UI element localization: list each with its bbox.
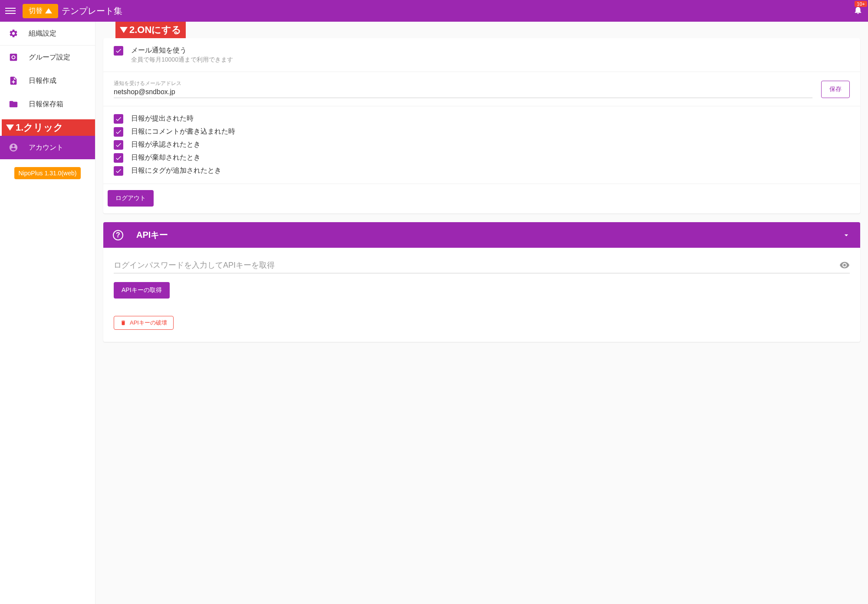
sidebar-item-label: 組織設定 (29, 29, 56, 38)
opt-comment-checkbox[interactable] (114, 127, 123, 137)
destroy-label: APIキーの破壊 (130, 319, 167, 327)
save-button[interactable]: 保存 (821, 81, 850, 98)
chevron-down-icon (842, 231, 851, 240)
main-content: 2.ONにする メール通知を使う 全員で毎月10000通まで利用できます (95, 22, 868, 604)
gear-icon (9, 29, 18, 38)
opt-rejected-checkbox[interactable] (114, 153, 123, 163)
api-key-accordion[interactable]: ? APIキー (103, 222, 860, 248)
switch-button[interactable]: 切替 (23, 4, 58, 18)
switch-label: 切替 (29, 7, 43, 16)
eye-icon[interactable] (839, 260, 850, 270)
email-float-label: 通知を受けるメールアドレス (114, 80, 812, 87)
check-icon (115, 154, 122, 161)
triangle-up-icon (45, 8, 52, 13)
sidebar-item-label: グループ設定 (29, 53, 70, 62)
opt-submitted-label: 日報が提出された時 (131, 114, 194, 123)
use-mail-label: メール通知を使う (131, 46, 233, 55)
mail-settings-card: メール通知を使う 全員で毎月10000通まで利用できます 通知を受けるメールアド… (103, 38, 860, 213)
help-icon: ? (113, 230, 123, 240)
opt-tagged-checkbox[interactable] (114, 166, 123, 176)
use-mail-sublabel: 全員で毎月10000通まで利用できます (131, 56, 233, 64)
sidebar-item-label: 日報保存箱 (29, 100, 63, 109)
use-mail-checkbox[interactable] (114, 46, 123, 56)
annotation-click: 1.クリック (2, 119, 95, 136)
page-title: テンプレート集 (62, 5, 122, 17)
api-password-input[interactable]: ログインパスワードを入力してAPIキーを取得 (114, 260, 850, 273)
opt-approved-checkbox[interactable] (114, 140, 123, 150)
notification-button[interactable]: 10+ (853, 5, 863, 16)
email-value: netshop@sndbox.jp (114, 88, 812, 98)
opt-comment-label: 日報にコメントが書き込まれた時 (131, 127, 235, 136)
sidebar-item-group-settings[interactable]: グループ設定 (0, 46, 95, 69)
opt-tagged-label: 日報にタグが追加されたとき (131, 166, 221, 175)
version-badge: NipoPlus 1.31.0(web) (14, 167, 81, 179)
logout-button[interactable]: ログアウト (108, 190, 154, 207)
check-icon (115, 167, 122, 174)
check-icon (115, 128, 122, 135)
folder-icon (9, 99, 18, 109)
destroy-api-key-button[interactable]: APIキーの破壊 (114, 316, 174, 330)
notification-badge: 10+ (855, 1, 867, 7)
check-icon (115, 47, 122, 54)
email-field[interactable]: 通知を受けるメールアドレス netshop@sndbox.jp (114, 80, 812, 98)
check-icon (115, 115, 122, 122)
api-placeholder: ログインパスワードを入力してAPIキーを取得 (114, 260, 839, 270)
sidebar-item-account[interactable]: アカウント (0, 136, 95, 159)
opt-submitted-checkbox[interactable] (114, 114, 123, 124)
opt-approved-label: 日報が承認されたとき (131, 140, 201, 149)
sidebar-item-report-box[interactable]: 日報保存箱 (0, 92, 95, 116)
settings-app-icon (9, 53, 18, 62)
sidebar-item-label: アカウント (29, 143, 63, 152)
app-header: 切替 テンプレート集 10+ (0, 0, 868, 22)
triangle-down-icon (120, 27, 128, 33)
sidebar-item-org-settings[interactable]: 組織設定 (0, 22, 95, 46)
sidebar: 組織設定 グループ設定 日報作成 日報保存箱 1.クリック アカウント Nipo… (0, 22, 95, 604)
api-header-title: APIキー (136, 229, 842, 241)
trash-icon (120, 320, 126, 326)
note-add-icon (9, 76, 18, 85)
annotation-on: 2.ONにする (115, 22, 186, 38)
api-card: ログインパスワードを入力してAPIキーを取得 APIキーの取得 APIキーの破壊 (103, 248, 860, 342)
check-icon (115, 141, 122, 148)
sidebar-item-create-report[interactable]: 日報作成 (0, 69, 95, 92)
opt-rejected-label: 日報が棄却されたとき (131, 153, 201, 162)
triangle-down-icon (6, 125, 14, 131)
sidebar-item-label: 日報作成 (29, 76, 56, 85)
get-api-key-button[interactable]: APIキーの取得 (114, 282, 170, 299)
account-icon (9, 143, 18, 152)
menu-icon[interactable] (5, 6, 16, 16)
